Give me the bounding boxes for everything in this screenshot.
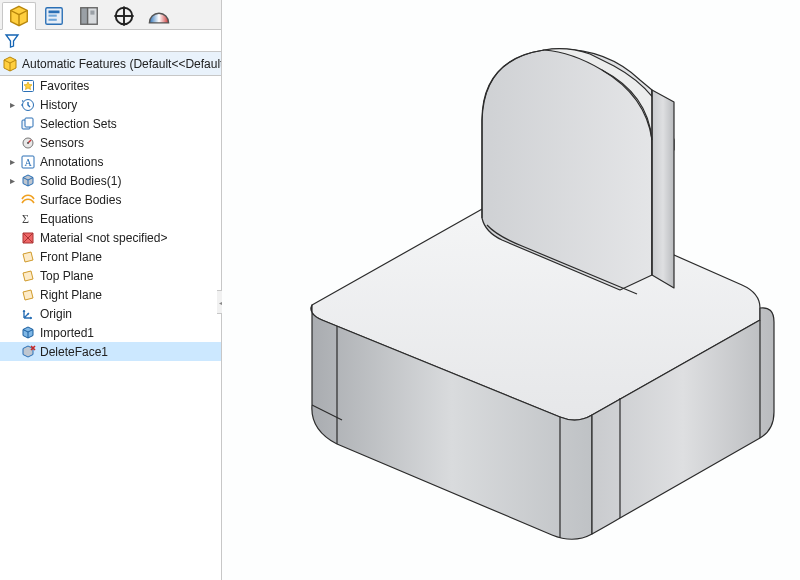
svg-rect-4 [81, 7, 88, 24]
selection-icon [20, 116, 36, 132]
chevron-right-icon[interactable]: ▸ [6, 156, 18, 168]
tree-item-label: Equations [40, 212, 93, 226]
tree-item-label: Selection Sets [40, 117, 117, 131]
svg-rect-6 [90, 10, 94, 14]
tree-item[interactable]: ·DeleteFace1 [0, 342, 221, 361]
plane-icon [20, 249, 36, 265]
tree-item-label: Surface Bodies [40, 193, 121, 207]
sensors-icon [20, 135, 36, 151]
tree-item[interactable]: ·Surface Bodies [0, 190, 221, 209]
tree-item[interactable]: ·Sensors [0, 133, 221, 152]
tree-item[interactable]: ·Selection Sets [0, 114, 221, 133]
solidbodies-icon [20, 173, 36, 189]
svg-rect-2 [49, 14, 57, 16]
manager-tab-display[interactable] [72, 1, 106, 29]
tree-item[interactable]: ·Front Plane [0, 247, 221, 266]
manager-tab-strip [0, 0, 221, 30]
tree-item-label: Front Plane [40, 250, 102, 264]
feature-tree: ·Favorites▸History·Selection Sets·Sensor… [0, 76, 221, 580]
manager-tab-appearance[interactable] [142, 1, 176, 29]
plane-icon [20, 287, 36, 303]
tree-item-label: Favorites [40, 79, 89, 93]
tree-root-row[interactable]: Automatic Features (Default<<Default>_D [0, 52, 221, 76]
svg-text:Σ: Σ [22, 212, 29, 226]
model-render [222, 0, 800, 580]
tree-item-label: Imported1 [40, 326, 94, 340]
annotations-icon: A [20, 154, 36, 170]
part-icon [2, 56, 18, 72]
tree-item-label: Right Plane [40, 288, 102, 302]
plane-icon [20, 268, 36, 284]
svg-rect-5 [88, 7, 98, 24]
equations-icon: Σ [20, 211, 36, 227]
manager-tab-dimx[interactable] [107, 1, 141, 29]
tree-item[interactable]: ·ΣEquations [0, 209, 221, 228]
tree-item-label: Solid Bodies(1) [40, 174, 121, 188]
feature-manager-panel: Automatic Features (Default<<Default>_D … [0, 0, 222, 580]
tree-item[interactable]: ▸Solid Bodies(1) [0, 171, 221, 190]
tree-item-label: Sensors [40, 136, 84, 150]
svg-rect-13 [25, 118, 33, 127]
tree-item[interactable]: ·Right Plane [0, 285, 221, 304]
tree-item-label: Origin [40, 307, 72, 321]
tree-item-label: Top Plane [40, 269, 93, 283]
svg-rect-3 [49, 18, 57, 20]
material-icon [20, 230, 36, 246]
history-icon [20, 97, 36, 113]
tree-item[interactable]: ·Top Plane [0, 266, 221, 285]
graphics-viewport[interactable] [222, 0, 800, 580]
filter-icon[interactable] [4, 33, 20, 49]
surfbodies-icon [20, 192, 36, 208]
tree-item[interactable]: ·Material <not specified> [0, 228, 221, 247]
svg-text:A: A [24, 157, 32, 168]
tree-item[interactable]: ▸History [0, 95, 221, 114]
chevron-right-icon[interactable]: ▸ [6, 99, 18, 111]
origin-icon [20, 306, 36, 322]
tree-item[interactable]: ·Origin [0, 304, 221, 323]
imported-icon [20, 325, 36, 341]
svg-rect-1 [49, 10, 60, 13]
deleteface-icon [20, 344, 36, 360]
tree-filter-row [0, 30, 221, 52]
tree-item[interactable]: ▸AAnnotations [0, 152, 221, 171]
tree-item-label: Annotations [40, 155, 103, 169]
favorites-icon [20, 78, 36, 94]
manager-tab-config[interactable] [37, 1, 71, 29]
manager-tab-part[interactable] [2, 2, 36, 30]
chevron-right-icon[interactable]: ▸ [6, 175, 18, 187]
tree-item-label: Material <not specified> [40, 231, 167, 245]
tree-item[interactable]: ·Favorites [0, 76, 221, 95]
tree-item-label: DeleteFace1 [40, 345, 108, 359]
tree-item-label: History [40, 98, 77, 112]
svg-point-15 [27, 142, 29, 144]
tree-root-label: Automatic Features (Default<<Default>_D [22, 57, 221, 71]
tree-item[interactable]: ·Imported1 [0, 323, 221, 342]
